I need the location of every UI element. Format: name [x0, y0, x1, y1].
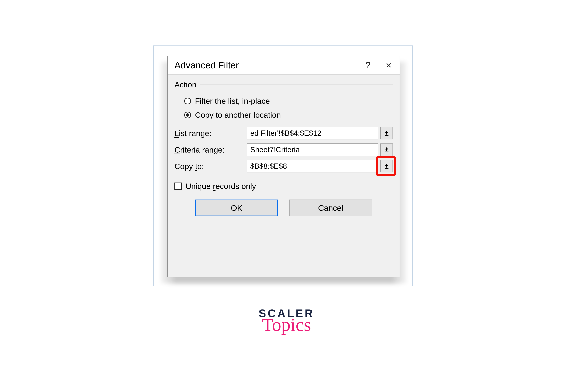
help-button[interactable]: ? — [366, 60, 371, 70]
close-button[interactable]: × — [386, 60, 394, 70]
radio-label: Filter the list, in-place — [195, 96, 270, 106]
dialog-title: Advanced Filter — [174, 60, 239, 70]
list-range-input[interactable] — [247, 127, 378, 139]
action-group: Action — [174, 80, 393, 89]
advanced-filter-dialog: Advanced Filter ? × Action Filter the li… — [167, 56, 400, 277]
copy-to-input[interactable] — [247, 160, 378, 172]
collapse-dialog-button[interactable] — [380, 143, 393, 156]
copy-to-label: Copy to: — [174, 162, 247, 171]
cancel-button[interactable]: Cancel — [289, 200, 372, 216]
criteria-range-input[interactable] — [247, 143, 378, 156]
radio-filter-in-place[interactable]: Filter the list, in-place — [184, 96, 393, 106]
range-picker-icon — [383, 147, 390, 153]
criteria-range-row: Criteria range: — [174, 143, 393, 156]
group-divider — [200, 85, 393, 85]
range-picker-icon — [383, 130, 390, 136]
range-picker-icon — [383, 163, 390, 170]
radio-label: Copy to another location — [195, 110, 281, 119]
dialog-body: Action Filter the list, in-place Copy to… — [168, 75, 400, 222]
action-legend: Action — [174, 80, 197, 89]
svg-rect-0 — [385, 135, 389, 136]
radio-icon — [184, 112, 191, 118]
checkbox-label: Unique records only — [186, 182, 256, 191]
dialog-buttons: OK Cancel — [174, 200, 393, 216]
unique-records-checkbox[interactable]: Unique records only — [174, 182, 393, 191]
copy-to-row: Copy to: — [174, 160, 393, 172]
brand-topics: Topics — [0, 317, 573, 333]
screenshot-frame: Advanced Filter ? × Action Filter the li… — [153, 46, 413, 286]
branding: SCALER Topics — [0, 308, 573, 333]
list-range-label: List range: — [174, 129, 247, 138]
svg-rect-2 — [385, 168, 389, 169]
collapse-dialog-button[interactable] — [380, 160, 393, 172]
action-radios: Filter the list, in-place Copy to anothe… — [174, 96, 393, 119]
radio-copy-location[interactable]: Copy to another location — [184, 110, 393, 119]
ok-button[interactable]: OK — [195, 200, 278, 216]
title-bar: Advanced Filter ? × — [168, 56, 400, 75]
checkbox-icon — [174, 183, 182, 190]
svg-rect-1 — [385, 152, 389, 152]
collapse-dialog-button[interactable] — [380, 127, 393, 139]
titlebar-controls: ? × — [366, 60, 394, 70]
list-range-row: List range: — [174, 127, 393, 139]
criteria-range-label: Criteria range: — [174, 145, 247, 154]
radio-icon — [184, 98, 191, 104]
range-fields: List range: Criteria range: Copy to: — [174, 127, 393, 172]
